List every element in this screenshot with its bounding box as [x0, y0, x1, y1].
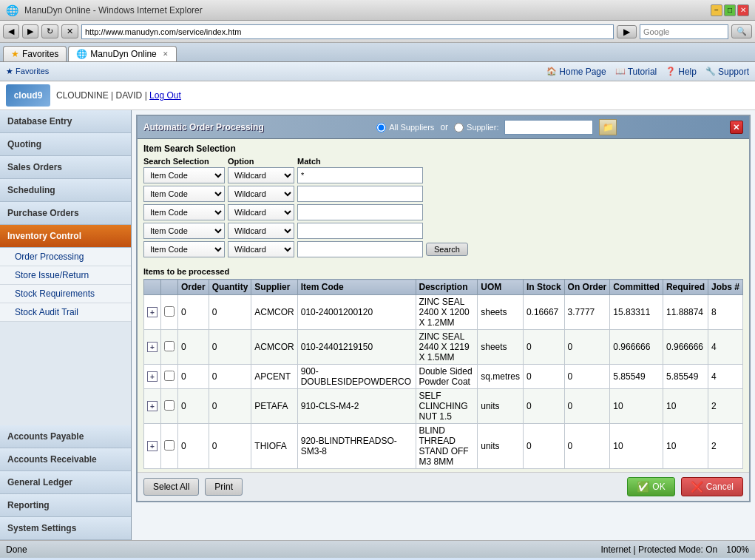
table-row: + 0 0 ACMCOR 010-24001200120 ZINC SEAL 2…: [144, 295, 743, 330]
jobs-cell: 2: [708, 424, 742, 469]
expand-cell: +: [144, 330, 161, 365]
match-input-3[interactable]: [297, 204, 423, 220]
sidebar-item-system-settings[interactable]: System Settings: [0, 517, 131, 540]
row-checkbox[interactable]: [164, 341, 175, 351]
expand-button[interactable]: +: [147, 441, 158, 451]
cancel-button[interactable]: ❌ Cancel: [681, 477, 743, 496]
forward-button[interactable]: ▶: [22, 24, 38, 38]
option-select-2[interactable]: Wildcard: [228, 186, 294, 202]
bookmark-tutorial[interactable]: 📖 Tutorial: [615, 67, 657, 77]
sidebar-sub-order-processing[interactable]: Order Processing: [0, 248, 131, 266]
sidebar-sub-store-issue[interactable]: Store Issue/Return: [0, 266, 131, 285]
sidebar-item-reporting[interactable]: Reporting: [0, 494, 131, 517]
item-code-cell: 900-DOUBLESIDEPOWDERCO: [297, 365, 416, 389]
th-uom: UOM: [478, 280, 524, 295]
description-cell: Double Sided Powder Coat: [416, 365, 478, 389]
sidebar-item-database-entry[interactable]: Database Entry: [0, 110, 131, 133]
row-checkbox[interactable]: [164, 371, 175, 381]
stop-button[interactable]: ✕: [61, 24, 78, 38]
sidebar-sub-stock-audit[interactable]: Stock Audit Trail: [0, 303, 131, 322]
supplier-input[interactable]: [504, 120, 593, 135]
bookmark-favorites[interactable]: ★ Favorites: [6, 67, 49, 76]
bookmark-support[interactable]: 🔧 Support: [705, 67, 749, 77]
option-select-5[interactable]: Wildcard: [228, 241, 294, 257]
sidebar-item-accounts-receivable[interactable]: Accounts Receivable: [0, 448, 131, 471]
option-select-1[interactable]: Wildcard: [228, 167, 294, 183]
sidebar-sub-stock-requirements[interactable]: Stock Requirements: [0, 285, 131, 303]
expand-button[interactable]: +: [147, 307, 158, 317]
ok-button[interactable]: ✅ OK: [627, 477, 674, 496]
print-button[interactable]: Print: [205, 478, 243, 496]
expand-button[interactable]: +: [147, 342, 158, 352]
search-select-2[interactable]: Item Code: [143, 186, 225, 202]
expand-button[interactable]: +: [147, 401, 158, 411]
maximize-button[interactable]: □: [724, 4, 736, 16]
th-item-code: Item Code: [297, 280, 416, 295]
row-checkbox[interactable]: [164, 400, 175, 411]
go-button[interactable]: ▶: [617, 25, 637, 38]
sidebar-item-general-ledger[interactable]: General Ledger: [0, 471, 131, 494]
sidebar-item-accounts-payable[interactable]: Accounts Payable: [0, 425, 131, 448]
expand-button[interactable]: +: [147, 371, 158, 382]
sidebar-item-quoting[interactable]: Quoting: [0, 133, 131, 156]
refresh-button[interactable]: ↻: [41, 24, 58, 38]
header-search-selection: Search Selection: [143, 157, 225, 166]
bookmark-help[interactable]: ❓ Help: [666, 67, 697, 77]
search-select-3[interactable]: Item Code: [143, 204, 225, 220]
address-bar[interactable]: [81, 24, 614, 39]
option-select-4[interactable]: Wildcard: [228, 223, 294, 239]
quantity-cell: 0: [209, 424, 251, 469]
row-checkbox[interactable]: [164, 440, 175, 451]
match-input-1[interactable]: [297, 167, 423, 183]
sidebar-item-purchase-orders[interactable]: Purchase Orders: [0, 202, 131, 225]
search-select-1[interactable]: Item Code: [143, 167, 225, 183]
sidebar-item-scheduling[interactable]: Scheduling: [0, 179, 131, 202]
sidebar-item-sales-orders[interactable]: Sales Orders: [0, 156, 131, 179]
tab-favorites[interactable]: ★ Favorites: [3, 46, 67, 61]
radio-specific-label: Supplier:: [467, 123, 498, 132]
browser-bookmarks: ★ Favorites 🏠 Home Page 📖 Tutorial ❓ Hel…: [0, 62, 755, 81]
browser-title: ManuDyn Online - Windows Internet Explor…: [24, 5, 203, 16]
checkbox-cell: [161, 389, 178, 424]
supplier-cell: ACMCOR: [251, 295, 297, 330]
results-table: Order Quantity Supplier Item Code Descri…: [143, 279, 743, 469]
uom-cell: sheets: [478, 295, 524, 330]
radio-all-suppliers[interactable]: All Suppliers: [376, 123, 434, 132]
match-input-4[interactable]: [297, 223, 423, 239]
back-button[interactable]: ◀: [3, 24, 19, 38]
supplier-cell: PETAFA: [251, 389, 297, 424]
table-header-row: Order Quantity Supplier Item Code Descri…: [144, 280, 743, 295]
main-layout: Database Entry Quoting Sales Orders Sche…: [0, 110, 755, 540]
select-all-button[interactable]: Select All: [143, 478, 199, 496]
results-title: Items to be processed: [143, 267, 743, 276]
item-code-cell: 910-CLS-M4-2: [297, 389, 416, 424]
search-select-5[interactable]: Item Code: [143, 241, 225, 257]
match-input-5[interactable]: [297, 241, 423, 257]
match-input-2[interactable]: [297, 186, 423, 202]
required-cell: 10: [663, 389, 708, 424]
search-select-4[interactable]: Item Code: [143, 223, 225, 239]
in-stock-cell: 0: [523, 389, 564, 424]
radio-specific-supplier[interactable]: Supplier:: [454, 123, 498, 132]
tab-manudyn[interactable]: 🌐 ManuDyn Online ✕: [68, 46, 176, 61]
search-button[interactable]: Search: [426, 243, 468, 256]
results-tbody: + 0 0 ACMCOR 010-24001200120 ZINC SEAL 2…: [144, 295, 743, 469]
minimize-button[interactable]: −: [711, 4, 722, 16]
bookmark-home[interactable]: 🏠 Home Page: [546, 67, 606, 77]
search-bar[interactable]: [640, 24, 728, 39]
item-code-cell: 920-BLINDTHREADSO-SM3-8: [297, 424, 416, 469]
header-option: Option: [228, 157, 294, 166]
row-checkbox[interactable]: [164, 306, 175, 317]
dialog-title: Automatic Order Processing: [143, 122, 264, 132]
dialog-close-button[interactable]: ✕: [730, 121, 743, 134]
search-go-button[interactable]: 🔍: [731, 24, 752, 38]
order-cell: 0: [178, 365, 209, 389]
sidebar-item-inventory-control[interactable]: Inventory Control: [0, 225, 131, 248]
close-button[interactable]: ✕: [737, 4, 749, 16]
folder-button[interactable]: 📁: [599, 119, 617, 135]
required-cell: 0.966666: [663, 330, 708, 365]
quantity-cell: 0: [209, 389, 251, 424]
zoom-text: 100%: [726, 544, 749, 555]
logout-link[interactable]: Log Out: [149, 90, 181, 101]
option-select-3[interactable]: Wildcard: [228, 204, 294, 220]
